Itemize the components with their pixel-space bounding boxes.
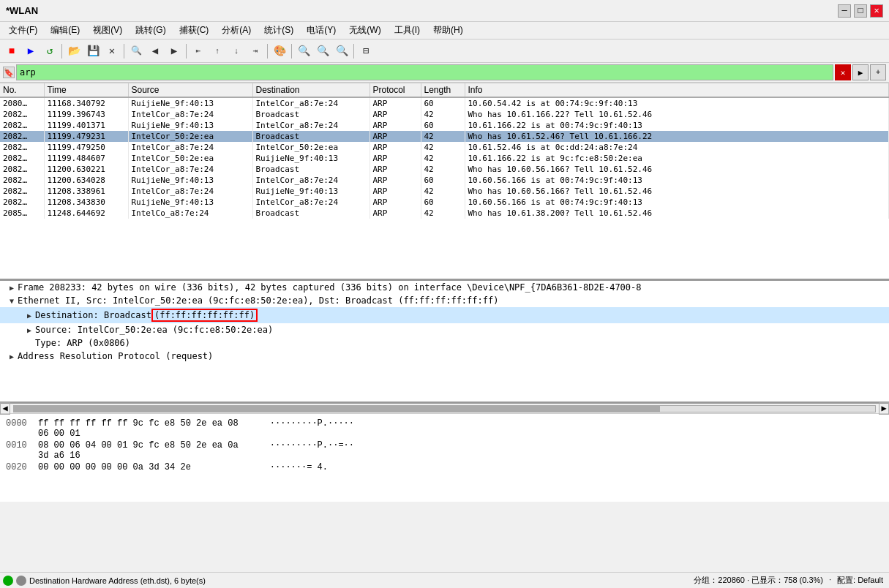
zoom-reset-button[interactable]: 🔍 [333,42,350,60]
cell-proto: ARP [370,142,421,153]
col-header-dst[interactable]: Destination [252,83,370,97]
filter-clear-button[interactable]: ✕ [835,64,851,80]
cell-proto: ARP [370,120,421,131]
menu-capture[interactable]: 捕获(C) [173,23,215,38]
cell-no: 2085… [0,208,44,219]
zoom-in-button[interactable]: 🔍 [295,42,312,60]
filter-bookmark-button[interactable]: 🔖 [3,67,15,78]
filter-input[interactable] [16,64,833,80]
hex-offset-0: 0000 [6,418,32,439]
cell-dst: IntelCor_a8:7e:24 [252,120,370,131]
detail-arp-row[interactable]: ▶ Address Resolution Protocol (request) [0,350,889,363]
col-header-time[interactable]: Time [44,83,128,97]
menu-stats[interactable]: 统计(S) [258,23,299,38]
menu-tools[interactable]: 工具(I) [389,23,426,38]
cell-no: 2082… [0,142,44,153]
back-button[interactable]: ◀ [146,42,164,60]
hscroll-track[interactable] [13,405,876,412]
cell-no: 2082… [0,175,44,186]
hscroll-area[interactable]: ◀ ▶ [0,404,889,414]
menu-phone[interactable]: 电话(Y) [301,23,342,38]
minimize-button[interactable]: ─ [838,4,851,18]
start-button[interactable]: ▶ [22,42,40,60]
cell-no: 2082… [0,109,44,120]
col-header-len[interactable]: Length [421,83,465,97]
next-button[interactable]: ↓ [228,42,245,60]
cell-src: RuijieNe_9f:40:13 [128,197,252,208]
filter-apply-button[interactable]: ▶ [852,64,869,80]
menu-goto[interactable]: 跳转(G) [130,23,171,38]
stop-button[interactable]: ■ [3,42,20,60]
cell-proto: ARP [370,164,421,175]
filter-add-button[interactable]: + [870,64,886,80]
dest-expand-icon[interactable]: ▶ [23,312,35,320]
forward-button[interactable]: ▶ [165,42,183,60]
resize-button[interactable]: ⊟ [357,42,375,60]
col-header-proto[interactable]: Protocol [370,83,421,97]
table-row[interactable]: 2082… 11199.396743 IntelCor_a8:7e:24 Bro… [0,109,889,120]
save-button[interactable]: 💾 [84,42,102,60]
detail-dest-row[interactable]: ▶ Destination: Broadcast (ff:ff:ff:ff:ff… [0,307,889,323]
status-stats: 分组：220860 · 已显示：758 (0.3%) [694,575,823,586]
detail-type-row[interactable]: Type: ARP (0x0806) [0,336,889,350]
packet-list[interactable]: No. Time Source Destination Protocol Len… [0,83,889,281]
cell-dst: Broadcast [252,164,370,175]
cell-time: 11248.644692 [44,208,128,219]
first-button[interactable]: ⇤ [190,42,207,60]
hex-bytes-1: 08 00 06 04 00 01 9c fc e8 50 2e ea 0a 3… [38,440,243,461]
cell-time: 11199.484607 [44,153,128,164]
detail-ethernet-row[interactable]: ▼ Ethernet II, Src: IntelCor_50:2e:ea (9… [0,294,889,307]
cell-no: 2082… [0,164,44,175]
status-sep: · [829,575,831,586]
menu-analyze[interactable]: 分析(A) [216,23,257,38]
table-row[interactable]: 2082… 11199.479250 IntelCor_a8:7e:24 Int… [0,142,889,153]
cell-dst: Broadcast [252,131,370,142]
table-row[interactable]: 2080… 11168.340792 RuijieNe_9f:40:13 Int… [0,97,889,109]
prev-button[interactable]: ↑ [209,42,226,60]
detail-frame-row[interactable]: ▶ Frame 208233: 42 bytes on wire (336 bi… [0,281,889,294]
table-row[interactable]: 2082… 11208.343830 RuijieNe_9f:40:13 Int… [0,197,889,208]
detail-src-row[interactable]: ▶ Source: IntelCor_50:2e:ea (9c:fc:e8:50… [0,323,889,336]
sep3 [186,44,187,59]
cell-time: 11208.338961 [44,186,128,197]
menu-help[interactable]: 帮助(H) [427,23,469,38]
table-row[interactable]: 2082… 11200.630221 IntelCor_a8:7e:24 Bro… [0,164,889,175]
menu-file[interactable]: 文件(F) [3,23,43,38]
restart-button[interactable]: ↺ [41,42,59,60]
ethernet-expand-icon[interactable]: ▼ [6,297,18,305]
col-header-info[interactable]: Info [465,83,889,97]
find-button[interactable]: 🔍 [127,42,145,60]
open-button[interactable]: 📂 [65,42,83,60]
src-expand-icon[interactable]: ▶ [23,326,35,334]
table-row[interactable]: 2085… 11248.644692 IntelCo_a8:7e:24 Broa… [0,208,889,219]
hex-offset-1: 0010 [6,440,32,461]
maximize-button[interactable]: □ [854,4,867,18]
cell-src: IntelCor_50:2e:ea [128,131,252,142]
frame-expand-icon[interactable]: ▶ [6,284,18,292]
packet-detail[interactable]: ▶ Frame 208233: 42 bytes on wire (336 bi… [0,281,889,404]
table-row[interactable]: 2082… 11199.479231 IntelCor_50:2e:ea Bro… [0,131,889,142]
menu-wireless[interactable]: 无线(W) [343,23,386,38]
menu-view[interactable]: 视图(V) [87,23,128,38]
zoom-out-button[interactable]: 🔍 [314,42,331,60]
menu-edit[interactable]: 编辑(E) [45,23,86,38]
hscroll-right[interactable]: ▶ [879,402,889,415]
close-button[interactable]: ✕ [870,4,883,18]
cell-time: 11168.340792 [44,97,128,109]
filterbar: 🔖 ✕ ▶ + [0,63,889,83]
close-capture-button[interactable]: ✕ [103,42,121,60]
hscroll-left[interactable]: ◀ [0,402,10,415]
cell-info: Who has 10.61.52.46? Tell 10.61.166.22 [465,131,889,142]
table-row[interactable]: 2082… 11200.634028 RuijieNe_9f:40:13 Int… [0,175,889,186]
last-button[interactable]: ⇥ [247,42,264,60]
arp-expand-icon[interactable]: ▶ [6,353,18,361]
col-header-src[interactable]: Source [128,83,252,97]
hscroll-thumb[interactable] [14,406,660,412]
colorize-button[interactable]: 🎨 [271,42,288,60]
table-row[interactable]: 2082… 11199.484607 IntelCor_50:2e:ea Rui… [0,153,889,164]
table-row[interactable]: 2082… 11208.338961 IntelCor_a8:7e:24 Rui… [0,186,889,197]
status-left: Destination Hardware Address (eth.dst), … [3,576,694,586]
type-text: Type: ARP (0x0806) [35,338,130,348]
table-row[interactable]: 2082… 11199.401371 RuijieNe_9f:40:13 Int… [0,120,889,131]
col-header-no[interactable]: No. [0,83,44,97]
